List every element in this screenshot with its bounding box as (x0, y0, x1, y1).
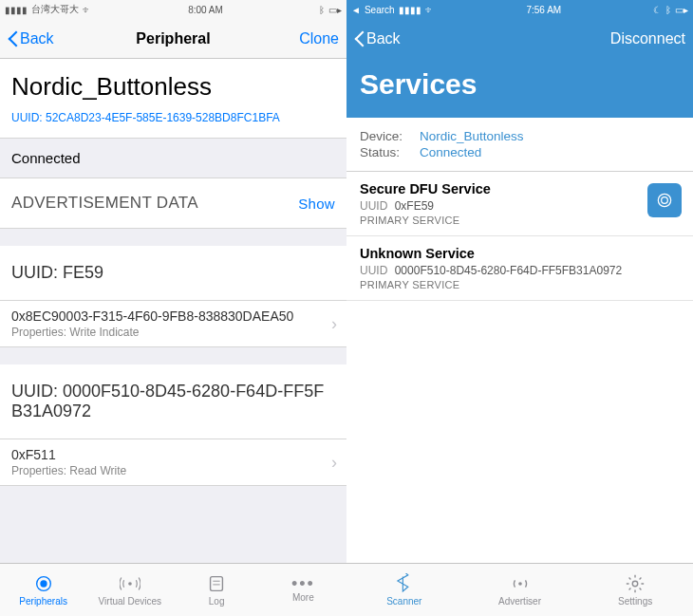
moon-icon: ☾ (653, 5, 662, 15)
status-value: Connected (420, 145, 481, 159)
svg-point-7 (658, 194, 670, 206)
chevron-left-icon (8, 30, 18, 47)
chevron-left-icon (354, 30, 365, 47)
nav-bar: Back Disconnect (346, 19, 693, 59)
device-name: Nordic_Buttonless (0, 59, 346, 107)
tab-scanner[interactable]: Scanner (346, 564, 462, 616)
clock-label: 7:56 AM (526, 5, 561, 15)
characteristic-row[interactable]: 0x8EC90003-F315-4F60-9FB8-838830DAEA50 P… (0, 301, 346, 347)
svg-point-6 (662, 197, 668, 204)
bluetooth-icon: ᛒ (665, 5, 671, 15)
service-name: Secure DFU Service (360, 181, 680, 196)
back-button[interactable]: Back (8, 30, 74, 47)
status-label: Status: (360, 145, 412, 159)
characteristic-name: 0xF511 (11, 447, 335, 462)
carrier-label: 台湾大哥大 (31, 3, 79, 16)
device-label: Device: (360, 129, 412, 143)
service-row[interactable]: Secure DFU Service UUID 0xFE59 PRIMARY S… (346, 172, 693, 236)
characteristic-props: Properties: Read Write (11, 464, 335, 477)
svg-rect-3 (211, 577, 223, 591)
service-uuid[interactable]: UUID: FE59 (0, 246, 346, 301)
signal-icon: ▮▮▮▮ (399, 5, 421, 15)
device-uuid: UUID: 52CA8D23-4E5F-585E-1639-528BD8FC1B… (0, 107, 346, 139)
svg-point-2 (128, 582, 132, 586)
dfu-badge[interactable] (647, 183, 682, 217)
page-title: Peripheral (74, 30, 272, 47)
tab-virtual-devices[interactable]: Virtual Devices (86, 564, 173, 616)
uuid-label: UUID (360, 264, 387, 277)
characteristic-row[interactable]: 0xF511 Properties: Read Write › (0, 439, 346, 486)
tab-peripherals[interactable]: Peripherals (0, 564, 86, 616)
broadcast-icon (510, 573, 531, 594)
service-kind: PRIMARY SERVICE (360, 215, 680, 226)
advertisement-header[interactable]: ADVERTISEMENT DATA Show (0, 177, 346, 229)
tab-more[interactable]: ••• More (260, 564, 346, 616)
signal-icon: ▮▮▮▮ (5, 5, 28, 15)
battery-icon: ▭▸ (675, 5, 688, 15)
back-to-app-icon[interactable]: ◄ (351, 5, 361, 15)
tab-bar: Peripherals Virtual Devices Log ••• More (0, 563, 346, 616)
characteristic-props: Properties: Write Indicate (11, 326, 335, 339)
disconnect-button[interactable]: Disconnect (610, 30, 685, 47)
back-to-app-label[interactable]: Search (365, 5, 395, 15)
chevron-right-icon: › (331, 453, 337, 473)
back-button[interactable]: Back (354, 30, 421, 47)
clone-button[interactable]: Clone (272, 30, 339, 47)
uuid-label: UUID (360, 199, 387, 213)
service-uuid[interactable]: UUID: 0000F510-8D45-6280-F64D-FF5FB31A09… (0, 364, 346, 439)
service-row[interactable]: Unknown Service UUID 0000F510-8D45-6280-… (346, 236, 693, 301)
device-value: Nordic_Buttonless (420, 129, 524, 143)
clock-label: 8:00 AM (188, 5, 223, 15)
wifi-icon: ᯤ (425, 5, 435, 15)
tab-bar: Scanner Advertiser Settings (346, 563, 693, 616)
bluetooth-icon (394, 573, 415, 594)
device-info: Device: Nordic_Buttonless Status: Connec… (346, 118, 693, 172)
nav-bar: Back Peripheral Clone (0, 19, 346, 59)
wifi-icon: ᯤ (83, 5, 92, 15)
peripherals-icon (33, 573, 54, 594)
service-name: Unknown Service (360, 246, 680, 261)
log-icon (206, 573, 227, 594)
back-label: Back (20, 30, 54, 47)
connection-status: Connected (0, 139, 346, 177)
services-heading: Services (346, 59, 693, 118)
characteristic-name: 0x8EC90003-F315-4F60-9FB8-838830DAEA50 (11, 308, 335, 324)
status-bar: ◄ Search ▮▮▮▮ ᯤ 7:56 AM ☾ ᛒ ▭▸ (346, 0, 693, 19)
battery-icon: ▭▸ (328, 5, 342, 15)
back-label: Back (366, 30, 401, 47)
bluetooth-icon: ᛒ (319, 5, 325, 15)
dfu-icon (655, 191, 674, 210)
service-kind: PRIMARY SERVICE (360, 279, 680, 290)
tab-advertiser[interactable]: Advertiser (462, 564, 578, 616)
uuid-value: 0000F510-8D45-6280-F64D-FF5FB31A0972 (395, 264, 622, 277)
gear-icon (625, 573, 646, 594)
svg-point-9 (632, 581, 638, 587)
svg-point-0 (40, 580, 47, 587)
svg-point-8 (518, 582, 522, 586)
status-bar: ▮▮▮▮ 台湾大哥大 ᯤ 8:00 AM ᛒ ▭▸ (0, 0, 346, 19)
more-icon: ••• (291, 577, 315, 590)
tab-log[interactable]: Log (174, 564, 260, 616)
uuid-value: 0xFE59 (395, 199, 434, 213)
tab-settings[interactable]: Settings (577, 564, 693, 616)
show-button[interactable]: Show (298, 196, 335, 212)
advertisement-title: ADVERTISEMENT DATA (11, 194, 198, 213)
chevron-right-icon: › (331, 314, 337, 334)
broadcast-icon (120, 573, 140, 594)
